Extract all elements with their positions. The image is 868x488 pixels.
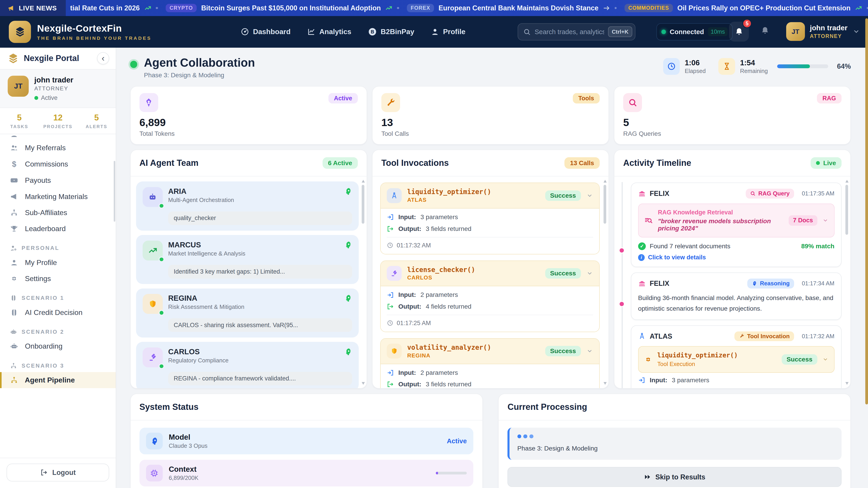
event-agent: FELIX <box>650 190 669 197</box>
page-scrollbar[interactable] <box>865 18 868 404</box>
tool-call-card: license_checker() CARLOS Success Input:2… <box>380 260 600 332</box>
nav-dashboard[interactable]: Dashboard <box>241 28 290 36</box>
tool-list-scrollbar[interactable] <box>603 180 607 385</box>
tool-agent-name: ATLAS <box>407 197 491 203</box>
agent-role: Multi-Agent Orchestration <box>168 197 234 203</box>
agent-gem-icon <box>144 98 154 107</box>
tool-call-header[interactable]: volatility_analyzer() REGINA Success <box>381 339 599 364</box>
agent-card-aria[interactable]: ARIA Multi-Agent Orchestration quality_c… <box>136 182 359 230</box>
event-type-badge: Tool Invocation <box>735 331 794 341</box>
timeline-event-tool: ATLAS Tool Invocation 01:17:32 AM liquid… <box>631 325 842 388</box>
user-role: ATTORNEY <box>810 33 847 39</box>
sidebar-item-my-profile[interactable]: My Profile <box>0 255 116 271</box>
input-icon <box>638 377 645 384</box>
megaphone-icon <box>8 4 15 12</box>
match-percent: 89% match <box>801 242 834 250</box>
clipped-menu-item[interactable] <box>0 134 116 140</box>
logout-button[interactable]: Logout <box>6 464 109 481</box>
agent-status-dot <box>159 363 164 369</box>
search-input[interactable] <box>535 28 604 36</box>
sidebar-item-ai-credit-decision[interactable]: AI Credit Decision <box>0 304 116 320</box>
nav-profile[interactable]: Profile <box>431 28 465 36</box>
user-menu[interactable]: JT john trader ATTORNEY <box>786 22 860 41</box>
team-active-badge: 6 Active <box>322 157 358 169</box>
app-window: LIVE NEWS tial Rate Cuts in 2026 CRYPTO … <box>0 0 868 488</box>
person-icon <box>431 28 439 36</box>
ai-agent-team-panel: AI Agent Team 6 Active ARIA Multi-Agent … <box>130 150 367 389</box>
fast-forward-icon <box>644 473 651 481</box>
panel-title: AI Agent Team <box>140 158 198 168</box>
tool-call-time: 01:17:25 AM <box>397 320 431 327</box>
processing-phase: Phase 3: Design & Modeling <box>518 445 834 452</box>
sidebar-item-commissions[interactable]: $ Commissions <box>0 156 116 172</box>
search-icon <box>523 28 531 36</box>
brand-logo <box>9 21 31 43</box>
megaphone-icon <box>10 193 18 201</box>
nav-b2binpay[interactable]: B B2BinPay <box>368 27 414 36</box>
global-search[interactable]: Ctrl+K <box>518 23 636 40</box>
chevron-down-icon <box>586 270 593 276</box>
section-scenario-2: SCENARIO 2 <box>0 321 116 338</box>
typing-dots <box>518 434 834 438</box>
sidebar-user-card: JT john trader ATTORNEY Active <box>0 69 116 108</box>
view-details-link[interactable]: i Click to view details <box>638 254 835 261</box>
clock-icon <box>387 320 393 326</box>
tool-execution-box[interactable]: liquidity_optimizer() Tool Execution Suc… <box>638 346 835 372</box>
secondary-bell-icon[interactable] <box>761 26 770 35</box>
person-gear-icon <box>10 245 17 252</box>
trend-up-icon <box>144 4 151 12</box>
input-icon <box>387 369 394 377</box>
sidebar-item-marketing-materials[interactable]: Marketing Materials <box>0 188 116 204</box>
chevron-down-icon <box>852 28 860 35</box>
nav-analytics[interactable]: Analytics <box>307 28 351 36</box>
tool-call-header[interactable]: liquidity_optimizer() ATLAS Success <box>381 183 599 208</box>
chevron-down-icon <box>586 192 593 199</box>
sidebar-collapse-button[interactable]: ‹ <box>97 52 109 64</box>
chart-line-icon <box>307 28 315 36</box>
stat-label: RAG Queries <box>623 130 842 137</box>
agent-name: ARIA <box>168 187 234 196</box>
stat-label: Total Tokens <box>140 130 358 137</box>
ticker-separator <box>615 7 617 9</box>
shortcut-chip: Ctrl+K <box>608 26 632 37</box>
sidebar-user-name: john trader <box>34 76 73 84</box>
trend-flat-icon <box>603 4 610 12</box>
brain-icon <box>10 308 18 317</box>
sidebar-item-agent-pipeline[interactable]: Agent Pipeline <box>0 372 116 388</box>
stat-badge: RAG <box>817 93 842 103</box>
sidebar-item-my-referrals[interactable]: My Referrals <box>0 140 116 156</box>
success-badge: Success <box>545 191 581 201</box>
stat-badge: Tools <box>573 93 600 103</box>
output-icon <box>387 225 394 232</box>
sidebar-item-settings[interactable]: Settings <box>0 271 116 287</box>
panel-title: Tool Invocations <box>381 158 449 168</box>
agent-card-regina[interactable]: REGINA Risk Assessment & Mitigation CARL… <box>136 289 359 337</box>
notifications-button[interactable]: 5 <box>729 22 749 41</box>
event-type-badge: RAG Query <box>746 189 794 199</box>
status-dot <box>34 96 38 100</box>
tool-function-name: license_checker() <box>407 266 475 273</box>
elapsed-chip <box>663 58 680 74</box>
latency-chip: 10ms <box>708 27 727 36</box>
bank-icon <box>638 280 646 287</box>
event-agent: ATLAS <box>650 332 672 340</box>
sidebar-title: Nexgile Portal <box>24 54 92 63</box>
timeline-scrollbar[interactable] <box>845 180 849 385</box>
tool-execution-label: Tool Execution <box>657 361 777 367</box>
tool-call-header[interactable]: license_checker() CARLOS Success <box>381 261 599 286</box>
bank-icon <box>638 190 646 197</box>
stat-card-total-tokens: Active 6,899 Total Tokens <box>130 86 367 144</box>
avatar: JT <box>8 76 29 97</box>
shield-icon <box>391 347 398 355</box>
skip-to-results-button[interactable]: Skip to Results <box>507 467 842 487</box>
sidebar-scrollbar[interactable] <box>114 161 115 222</box>
agent-card-carlos[interactable]: CARLOS Regulatory Compliance REGINA - co… <box>136 342 359 388</box>
activity-timeline-panel: Activity Timeline Live FELIX RAG Query 0… <box>614 150 851 389</box>
agent-card-marcus[interactable]: MARCUS Market Intelligence & Analysis Id… <box>136 235 359 284</box>
rag-retrieval-box[interactable]: RAG Knowledge Retrieval "broker revenue … <box>638 203 835 237</box>
sidebar-item-sub-affiliates[interactable]: Sub-Affiliates <box>0 205 116 221</box>
sidebar-item-payouts[interactable]: Payouts <box>0 172 116 188</box>
agent-list-scrollbar[interactable] <box>361 180 365 385</box>
sidebar-item-onboarding[interactable]: Onboarding <box>0 338 116 354</box>
sidebar-item-leaderboard[interactable]: Leaderboard <box>0 221 116 237</box>
